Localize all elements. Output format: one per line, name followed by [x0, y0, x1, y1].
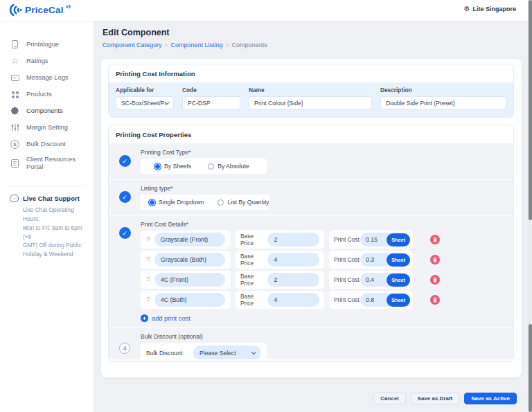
grid-icon	[10, 89, 20, 100]
message-icon	[10, 73, 20, 83]
field-label: Code	[182, 87, 240, 93]
cost-name-input[interactable]: Grayscale (Both)	[154, 253, 225, 267]
step-label: Printing Cost Type*	[141, 149, 505, 156]
sidebar-item-printalogue[interactable]: Printalogue	[0, 36, 94, 53]
breadcrumb-separator: ›	[227, 42, 229, 48]
print-cost-input[interactable]: 0.3	[366, 256, 374, 263]
select-value: Please Select	[200, 350, 236, 357]
sidebar-item-label: Printalogue	[26, 41, 59, 48]
radio-selected-icon	[149, 199, 155, 206]
sidebar-item-products[interactable]: Products	[0, 86, 94, 102]
breadcrumb-link-listing[interactable]: Component Listing	[171, 42, 223, 48]
live-chat-support: ··· Live Chat Support Live Chat Operatin…	[0, 195, 94, 259]
sidebar-item-components[interactable]: Components	[0, 102, 94, 119]
breadcrumb: Component Category › Component Listing ›…	[103, 42, 267, 48]
save-as-draft-button[interactable]: Save as Draft	[411, 393, 460, 404]
printing-cost-type-options: By Sheets By Absolute	[141, 159, 267, 174]
delete-row-button[interactable]	[430, 275, 440, 285]
add-print-cost-button[interactable]: + add print cost	[141, 314, 505, 322]
radio-list-by-quantity[interactable]: List By Quantity	[218, 199, 269, 206]
radio-by-sheets[interactable]: By Sheets	[154, 163, 191, 170]
base-price-input[interactable]: 2	[267, 273, 319, 287]
step-complete-icon: ✓	[119, 227, 131, 239]
trash-icon	[432, 297, 438, 303]
sidebar: Printalogue ☆ Ratings Message Logs Produ…	[0, 21, 94, 412]
radio-single-dropdown[interactable]: Single Dropdown	[149, 199, 204, 206]
sidebar-item-label: Ratings	[26, 57, 48, 65]
sidebar-item-label: Bulk Discount	[26, 141, 66, 148]
print-cost-row: ⠿ Grayscale (Both) Base Price 4 Print Co…	[141, 251, 505, 269]
cost-name-input[interactable]: 4C (Both)	[154, 293, 225, 307]
delete-row-button[interactable]	[430, 235, 440, 244]
logo-swirl-icon	[8, 3, 23, 17]
print-cost-label: Print Cost	[334, 256, 360, 263]
bulk-discount-select[interactable]: Please Select	[193, 346, 261, 359]
region-selector[interactable]: ⚙ Lite Singapore	[464, 6, 516, 12]
drag-handle-icon[interactable]: ⠿	[146, 257, 150, 262]
chat-bubble-icon: ···	[10, 195, 19, 202]
sidebar-item-message-logs[interactable]: Message Logs	[0, 69, 94, 86]
drag-handle-icon[interactable]: ⠿	[146, 277, 150, 283]
sidebar-item-client-resources[interactable]: Client Resources Portal	[0, 152, 94, 174]
breadcrumb-link-category[interactable]: Component Category	[103, 42, 162, 48]
sidebar-item-bulk-discount[interactable]: $ Bulk Discount	[0, 136, 94, 152]
code-input[interactable]: PC-DSP	[182, 96, 240, 109]
base-price-label: Base Price	[240, 233, 267, 247]
sidebar-item-ratings[interactable]: ☆ Ratings	[0, 53, 94, 69]
base-price-input[interactable]: 4	[267, 293, 319, 307]
sheet-unit-button[interactable]: Sheet	[387, 294, 410, 307]
field-label: Description	[380, 87, 506, 93]
delete-row-button[interactable]	[430, 295, 440, 305]
scrollbar-thumb[interactable]	[529, 0, 532, 220]
radio-unselected-icon	[218, 199, 224, 206]
print-cost-row: ⠿ Grayscale (Front) Base Price 2 Print C…	[141, 231, 505, 249]
step-number-badge: 4	[119, 343, 130, 354]
trash-icon	[432, 257, 438, 262]
name-field: Name Print Colour (Side)	[249, 87, 372, 118]
description-field: Description Double Side Print (Preset)	[380, 87, 506, 118]
page-scrollbar	[528, 0, 532, 412]
field-label: Applicable for	[116, 87, 174, 93]
printing-cost-information-section: Printing Cost Information Applicable for…	[108, 64, 514, 116]
drag-handle-icon[interactable]: ⠿	[146, 297, 150, 303]
sliders-icon	[10, 123, 20, 133]
cost-name-input[interactable]: 4C (Front)	[154, 273, 225, 287]
bulk-discount-box: Bulk Discount: Please Select	[141, 343, 267, 359]
page-title: Edit Component	[103, 28, 170, 37]
sidebar-item-label: Margin Setting	[26, 124, 68, 132]
delete-row-button[interactable]	[430, 255, 440, 265]
print-cost-row: ⠿ 4C (Front) Base Price 2 Print Cost 0.4	[141, 271, 505, 289]
sheet-unit-button[interactable]: Sheet	[387, 233, 410, 247]
sheet-unit-button[interactable]: Sheet	[387, 274, 410, 287]
print-cost-label: Print Cost	[334, 296, 360, 303]
step-listing-type: ✓ Listing type* Single Dropdown List By …	[109, 185, 513, 216]
logo-version: v3	[66, 4, 71, 9]
drag-handle-icon[interactable]: ⠿	[146, 237, 150, 242]
print-cost-input[interactable]: 0.15	[366, 236, 378, 243]
properties-body: ✓ Printing Cost Type* By Sheets By Absol…	[109, 143, 513, 359]
radio-by-absolute[interactable]: By Absolute	[208, 163, 249, 170]
listing-type-options: Single Dropdown List By Quantity	[141, 195, 269, 210]
save-as-active-button[interactable]: Save as Active	[464, 393, 517, 404]
app-logo: PriceCal v3	[8, 3, 71, 17]
cancel-button[interactable]: Cancel	[373, 393, 405, 404]
sidebar-item-margin-setting[interactable]: Margin Setting	[0, 119, 94, 136]
print-cost-label: Print Cost	[334, 236, 360, 243]
applicable-for-field: Applicable for SC-Box/Sheet/Packa	[116, 87, 174, 118]
step-print-cost-details: ✓ Print Cost Details* ⠿ Grayscale (Front…	[109, 221, 513, 328]
sidebar-item-label: Components	[26, 107, 63, 115]
base-price-input[interactable]: 2	[267, 233, 319, 247]
scrollbar-thumb[interactable]	[529, 324, 532, 412]
sheet-unit-button[interactable]: Sheet	[387, 253, 410, 267]
applicable-for-select[interactable]: SC-Box/Sheet/Packa	[116, 96, 174, 109]
step-label: Listing type*	[141, 185, 505, 192]
base-price-input[interactable]: 4	[267, 253, 319, 267]
print-cost-input[interactable]: 0.8	[366, 296, 374, 303]
description-input[interactable]: Double Side Print (Preset)	[380, 96, 506, 109]
star-icon: ☆	[10, 56, 20, 66]
cost-name-input[interactable]: Grayscale (Front)	[154, 233, 225, 247]
trash-icon	[432, 237, 438, 242]
print-cost-input[interactable]: 0.4	[366, 276, 374, 283]
print-cost-label: Print Cost	[334, 276, 360, 283]
name-input[interactable]: Print Colour (Side)	[249, 96, 372, 109]
